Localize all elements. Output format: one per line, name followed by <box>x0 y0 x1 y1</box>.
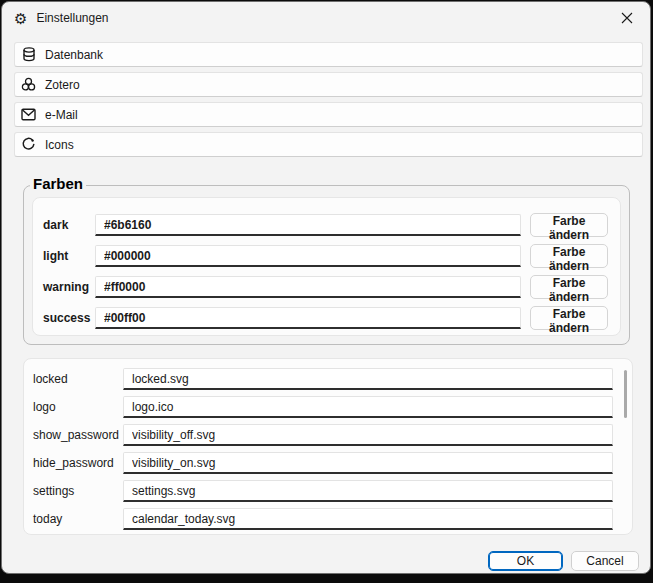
mail-icon <box>21 107 36 122</box>
farben-legend: Farben <box>30 175 86 192</box>
icon-key-label: today <box>33 512 123 526</box>
icon-file-input-settings[interactable] <box>123 480 613 502</box>
color-row-warning: warning Farbe ändern <box>43 276 608 298</box>
change-color-button[interactable]: Farbe ändern <box>530 213 608 237</box>
icon-key-label: show_password <box>33 428 123 442</box>
icon-row-hide-password: hide_password <box>33 452 632 474</box>
database-icon <box>21 47 36 62</box>
titlebar: ⚙ Einstellungen <box>2 2 650 34</box>
icons-list-panel: locked logo show_password hide_password … <box>23 358 633 535</box>
vertical-scrollbar[interactable] <box>624 370 627 418</box>
color-row-success: success Farbe ändern <box>43 307 608 329</box>
gear-icon: ⚙ <box>14 11 27 26</box>
icon-row-show-password: show_password <box>33 424 632 446</box>
icon-row-locked: locked <box>33 368 632 390</box>
icon-row-today: today <box>33 508 632 530</box>
color-label: dark <box>43 218 95 232</box>
section-label: e-Mail <box>45 108 78 122</box>
ok-button[interactable]: OK <box>488 551 563 571</box>
icon-key-label: settings <box>33 484 123 498</box>
settings-dialog: ⚙ Einstellungen Datenbank Zotero <box>1 1 651 574</box>
section-header-email[interactable]: e-Mail <box>14 102 643 127</box>
icon-file-input-show-password[interactable] <box>123 424 613 446</box>
section-label: Icons <box>45 138 74 152</box>
icon-key-label: locked <box>33 372 123 386</box>
section-header-icons[interactable]: Icons <box>14 132 643 157</box>
color-label: light <box>43 249 95 263</box>
section-header-datenbank[interactable]: Datenbank <box>14 42 643 67</box>
color-row-light: light Farbe ändern <box>43 245 608 267</box>
color-input-dark[interactable] <box>95 214 521 236</box>
icon-file-input-hide-password[interactable] <box>123 452 613 474</box>
farben-groupbox: Farben dark Farbe ändern light Farbe änd… <box>23 185 630 345</box>
icon-file-input-today[interactable] <box>123 508 613 530</box>
window-title: Einstellungen <box>36 11 108 25</box>
section-header-zotero[interactable]: Zotero <box>14 72 643 97</box>
change-color-button[interactable]: Farbe ändern <box>530 306 608 330</box>
icon-row-settings: settings <box>33 480 632 502</box>
icon-file-input-locked[interactable] <box>123 368 613 390</box>
color-input-warning[interactable] <box>95 276 521 298</box>
sync-icon <box>21 137 36 152</box>
icon-row-logo: logo <box>33 396 632 418</box>
change-color-button[interactable]: Farbe ändern <box>530 244 608 268</box>
icon-file-input-logo[interactable] <box>123 396 613 418</box>
cancel-button[interactable]: Cancel <box>571 551 639 571</box>
icon-key-label: logo <box>33 400 123 414</box>
section-label: Datenbank <box>45 48 103 62</box>
color-input-light[interactable] <box>95 245 521 267</box>
change-color-button[interactable]: Farbe ändern <box>530 275 608 299</box>
color-row-dark: dark Farbe ändern <box>43 214 608 236</box>
color-input-success[interactable] <box>95 307 521 329</box>
farben-panel: dark Farbe ändern light Farbe ändern war… <box>32 197 621 336</box>
zotero-icon <box>21 77 36 92</box>
color-label: success <box>43 311 95 325</box>
color-label: warning <box>43 280 95 294</box>
section-label: Zotero <box>45 78 80 92</box>
close-button[interactable] <box>604 2 650 33</box>
icon-key-label: hide_password <box>33 456 123 470</box>
close-icon <box>621 12 633 24</box>
